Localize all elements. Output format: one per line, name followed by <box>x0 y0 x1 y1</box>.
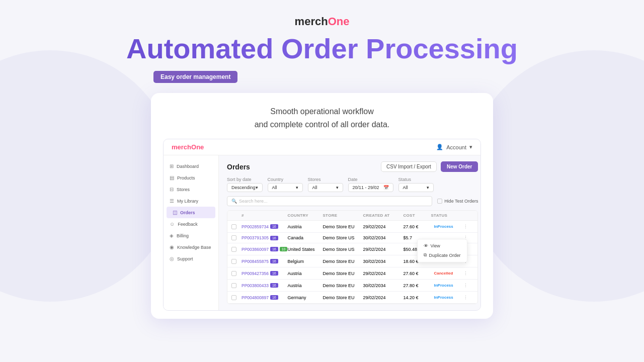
table-header-cell: # <box>242 213 287 218</box>
order-country: Austria <box>287 224 323 229</box>
account-icon: 👤 <box>436 144 443 150</box>
stores-select[interactable]: All ▾ <box>308 183 343 192</box>
order-id: PP003791305 16 <box>242 235 287 240</box>
search-input-box[interactable]: 🔍 Search here... <box>227 196 432 206</box>
app-header-right: 👤 Account ▾ <box>436 144 472 150</box>
sidebar-label: My Library <box>177 199 198 204</box>
sidebar-item-support[interactable]: ◎Support <box>164 253 218 264</box>
row-checkbox[interactable] <box>231 247 236 252</box>
table-row: PP002859734 16 AustriaDemo Store EU29/02… <box>227 221 477 233</box>
sidebar-label: Feedback <box>178 222 198 227</box>
row-checkbox[interactable] <box>231 259 236 264</box>
sidebar-icon: ☰ <box>170 198 174 204</box>
tag: 16 <box>270 259 278 263</box>
row-more-menu[interactable]: ⋮ <box>463 283 473 288</box>
order-created: 29/02/2024 <box>363 271 403 276</box>
order-created: 30/02/2034 <box>363 235 403 240</box>
sidebar-item-dashboard[interactable]: ⊞Dashboard <box>164 160 218 172</box>
order-cost: 27.60 € <box>403 224 431 229</box>
order-row: PP003800433 16 AustriaDemo Store EU30/02… <box>227 280 477 292</box>
table-row: PP004800897 16 GermanyDemo Store EU29/02… <box>227 292 477 304</box>
context-duplicate[interactable]: ⧉ Duplicate Order <box>418 250 467 260</box>
card-subtitle: Smooth operational workflow and complete… <box>163 105 481 131</box>
row-more-menu[interactable]: ⋮ <box>463 224 473 229</box>
sidebar-item-knowledge-base[interactable]: ◉Knowledge Base <box>164 241 218 253</box>
sort-select[interactable]: Descending ▾ <box>227 183 263 192</box>
page-content: merchOne Automated Order Processing Easy… <box>0 0 644 319</box>
row-checkbox[interactable] <box>231 224 236 229</box>
order-id: PP009427356 16 <box>242 271 287 276</box>
logo: merchOne <box>295 15 350 28</box>
row-checkbox[interactable] <box>231 271 236 276</box>
order-cost: 27.60 € <box>403 271 431 276</box>
tag: 16 <box>270 295 278 300</box>
logo-one: One <box>328 15 350 28</box>
sidebar-icon: ⊟ <box>170 187 174 192</box>
order-status: InProcess <box>431 223 463 230</box>
row-checkbox[interactable] <box>231 283 236 288</box>
sidebar-item-my-library[interactable]: ☰My Library <box>164 195 218 207</box>
hide-test-orders[interactable]: Hide Test Orders <box>437 199 478 204</box>
orders-table: #COUNTRYSTORECREATED ATCOSTSTATUSPP00285… <box>227 210 478 304</box>
sidebar-icon: ☺ <box>170 221 175 227</box>
app-logo: merchOne <box>172 143 204 151</box>
badge: Easy order management <box>153 71 237 83</box>
sidebar-label: Knowledge Base <box>177 245 211 250</box>
new-order-button[interactable]: New Order <box>441 161 478 172</box>
card-container: Smooth operational workflow and complete… <box>151 93 493 319</box>
stores-filter: Stores All ▾ <box>308 177 343 192</box>
row-more-menu[interactable]: ⋮ <box>463 295 473 300</box>
date-calendar-icon: 📅 <box>383 185 389 190</box>
order-created: 29/02/2024 <box>363 295 403 300</box>
context-view[interactable]: 👁 View <box>418 241 467 250</box>
order-row: PP002859734 16 AustriaDemo Store EU29/02… <box>227 221 477 233</box>
table-header-cell: CREATED AT <box>363 213 403 218</box>
tag: 16 <box>270 224 278 229</box>
order-country: Austria <box>287 271 323 276</box>
account-label: Account <box>446 144 466 150</box>
table-header-cell: COUNTRY <box>287 213 323 218</box>
csv-button[interactable]: CSV Import / Export <box>381 161 437 172</box>
logo-merch: merch <box>295 15 328 28</box>
order-store: Demo Store EU <box>323 283 363 288</box>
sidebar-item-billing[interactable]: ◈Billing <box>164 230 218 241</box>
country-select[interactable]: All ▾ <box>268 183 303 192</box>
orders-title: Orders <box>227 163 250 171</box>
tag: 16 <box>270 283 278 288</box>
order-id: PP004800897 16 <box>242 295 287 300</box>
sidebar: ⊞Dashboard▤Products⊟Stores☰My Library◫Or… <box>164 155 219 310</box>
app-mockup: merchOne 👤 Account ▾ ⊞Dashboard▤Products… <box>163 139 481 311</box>
order-country: United States <box>287 247 323 252</box>
sort-filter: Sort by date Descending ▾ <box>227 177 263 192</box>
search-placeholder: Search here... <box>239 199 268 204</box>
table-header-cell: STATUS <box>431 213 463 218</box>
row-checkbox[interactable] <box>231 295 236 300</box>
stores-label: Stores <box>308 177 343 182</box>
tag: 16 <box>270 236 278 240</box>
country-chevron: ▾ <box>296 185 298 190</box>
date-filter: Date 20/11 - 29/02 📅 <box>348 177 393 192</box>
order-cost: 14.20 € <box>403 295 431 300</box>
order-status: Cancelled <box>431 270 463 277</box>
table-header-cell: STORE <box>323 213 363 218</box>
order-country: Germany <box>287 295 323 300</box>
sidebar-item-stores[interactable]: ⊟Stores <box>164 184 218 195</box>
app-header: merchOne 👤 Account ▾ <box>164 139 480 155</box>
status-select[interactable]: All ▾ <box>398 183 434 192</box>
date-value: 20/11 - 29/02 <box>353 185 379 190</box>
status-label: Status <box>398 177 434 182</box>
order-row: PP009427356 16 AustriaDemo Store EU29/02… <box>227 267 477 280</box>
sidebar-item-products[interactable]: ▤Products <box>164 172 218 184</box>
sort-chevron: ▾ <box>256 185 258 190</box>
row-more-menu[interactable]: ⋮ <box>463 271 473 276</box>
sidebar-item-feedback[interactable]: ☺Feedback <box>164 218 218 230</box>
row-checkbox[interactable] <box>231 235 236 240</box>
date-select[interactable]: 20/11 - 29/02 📅 <box>348 183 393 192</box>
country-filter: Country All ▾ <box>268 177 303 192</box>
table-header-cell: COST <box>403 213 431 218</box>
main-content: Orders CSV Import / Export New Order Sor… <box>219 155 481 310</box>
order-store: Demo Store EU <box>323 259 363 264</box>
sidebar-item-orders[interactable]: ◫Orders <box>167 207 215 218</box>
search-icon: 🔍 <box>231 199 237 204</box>
sidebar-label: Support <box>177 256 193 261</box>
